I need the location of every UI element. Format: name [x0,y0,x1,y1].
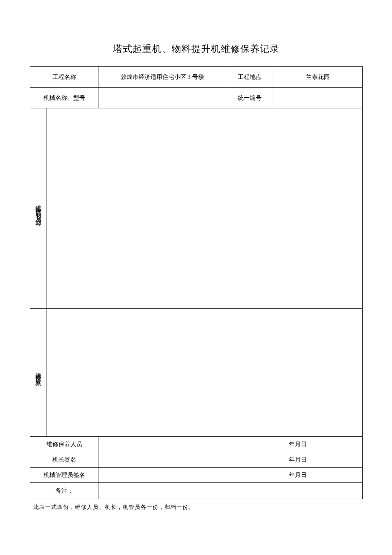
table-row: 机械名称、型号 统一编号 [30,88,363,108]
project-name-label: 工程名称 [30,67,98,88]
project-location-value: 兰泰花园 [273,67,363,88]
table-row: 工程名称 敦煌市经济适用住宅小区 3 号楼 工程地点 兰泰花园 [30,67,363,88]
table-row: 备注： [30,483,363,499]
maintenance-staff-date: 年月日 [98,437,363,452]
manager-signature-label: 机械管理员签名 [30,468,98,483]
project-location-label: 工程地点 [226,67,273,88]
maintenance-time-content-label: 维修保养的时间及内容 [30,108,46,309]
table-row: 机长签名 年月日 [30,452,363,468]
maintenance-staff-label: 维修保养人员 [30,437,98,452]
captain-signature-label: 机长签名 [30,452,98,468]
captain-signature-date: 年月日 [98,452,363,468]
project-name-value: 敦煌市经济适用住宅小区 3 号楼 [98,67,226,88]
unified-number-label: 统一编号 [226,88,273,108]
table-row: 机械管理员签名 年月日 [30,468,363,483]
machine-model-label: 机械名称、型号 [30,88,98,108]
remark-value [98,483,363,499]
maintenance-effect-value [46,309,363,437]
manager-signature-date: 年月日 [98,468,363,483]
footer-note: 此表一式四份，维修人员、机长，机管员各一份，归档一份。 [30,503,362,511]
maintenance-time-content-value [46,108,363,309]
table-row: 维修保养人员 年月日 [30,437,363,452]
unified-number-value [273,88,363,108]
maintenance-record-table: 工程名称 敦煌市经济适用住宅小区 3 号楼 工程地点 兰泰花园 机械名称、型号 … [30,66,363,499]
document-title: 塔式起重机、物料提升机维修保养记录 [30,43,362,55]
remark-label: 备注： [30,483,98,499]
machine-model-value [98,88,226,108]
maintenance-effect-label: 维修保养效果 [30,309,46,437]
table-row: 维修保养的时间及内容 [30,108,363,309]
table-row: 维修保养效果 [30,309,363,437]
